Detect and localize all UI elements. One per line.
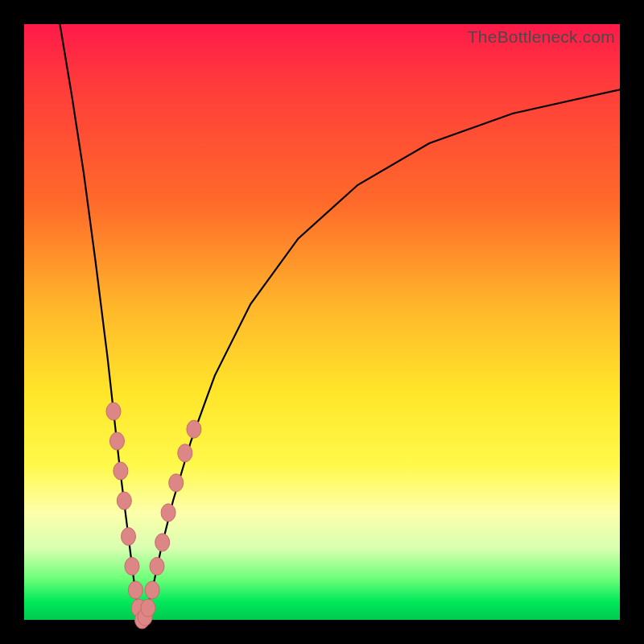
marker-dot [187, 420, 201, 438]
curve-group [60, 24, 620, 620]
marker-dot [155, 534, 170, 551]
marker-dot [178, 444, 192, 462]
marker-dot [141, 599, 155, 617]
marker-dot [150, 557, 164, 575]
marker-dot [145, 581, 159, 599]
marker-dot [125, 557, 139, 575]
marker-dot [106, 402, 121, 420]
right-branch-line [142, 89, 620, 620]
marker-dot [109, 432, 124, 450]
marker-dot [128, 581, 142, 599]
marker-dot [117, 492, 131, 510]
marker-dot [122, 527, 136, 545]
marker-dot [161, 504, 175, 522]
marker-group [106, 402, 201, 629]
chart-frame: TheBottleneck.com [0, 0, 644, 644]
marker-dot [169, 474, 184, 492]
chart-svg [24, 24, 620, 620]
plot-area: TheBottleneck.com [24, 24, 620, 620]
marker-dot [114, 462, 128, 480]
